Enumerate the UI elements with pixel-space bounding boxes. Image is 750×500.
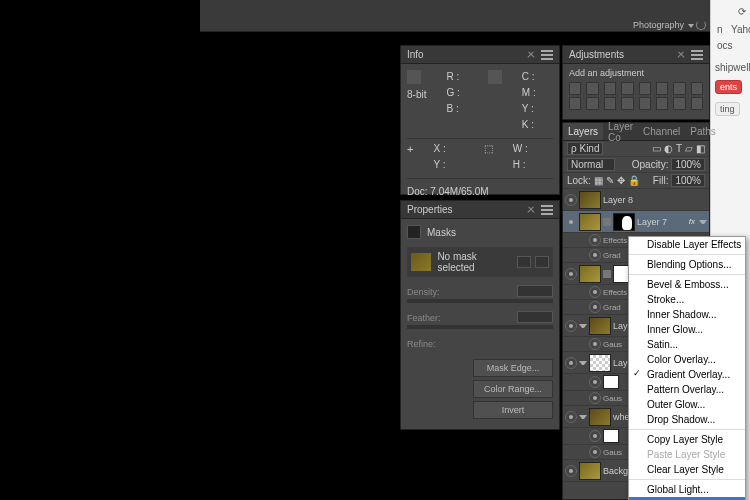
collapse-icon[interactable] — [525, 204, 536, 215]
visibility-icon[interactable] — [589, 286, 601, 298]
mask-edge-button[interactable]: Mask Edge... — [473, 359, 553, 377]
properties-header[interactable]: Properties — [401, 201, 559, 219]
layer-row-selected[interactable]: Layer 7 fx — [563, 211, 709, 233]
layer-thumb[interactable] — [589, 317, 611, 335]
menu-drop-shadow[interactable]: Drop Shadow... — [629, 412, 745, 427]
workspace-selector[interactable]: Photography — [633, 20, 694, 30]
layer-name[interactable]: Layer 8 — [603, 195, 633, 205]
reload-icon[interactable]: ⟳ — [738, 6, 746, 17]
visibility-icon[interactable] — [589, 376, 601, 388]
collapse-icon[interactable] — [675, 49, 686, 60]
layer-name[interactable]: Backg — [603, 466, 628, 476]
disclosure-icon[interactable] — [579, 413, 587, 421]
filter-mask-thumb[interactable] — [603, 375, 619, 389]
threshold-icon[interactable] — [656, 97, 668, 110]
collapse-icon[interactable] — [525, 49, 536, 60]
menu-color-overlay[interactable]: Color Overlay... — [629, 352, 745, 367]
filter-mask-thumb[interactable] — [603, 429, 619, 443]
layer-thumb[interactable] — [589, 408, 611, 426]
panel-menu-icon[interactable] — [541, 205, 553, 215]
visibility-icon[interactable] — [589, 446, 601, 458]
menu-disable-effects[interactable]: Disable Layer Effects — [629, 237, 745, 252]
menu-satin[interactable]: Satin... — [629, 337, 745, 352]
menu-inner-shadow[interactable]: Inner Shadow... — [629, 307, 745, 322]
density-slider[interactable] — [407, 299, 553, 303]
menu-blending-options[interactable]: Blending Options... — [629, 257, 745, 272]
disclosure-icon[interactable] — [579, 359, 587, 367]
browser-button-1[interactable]: ents — [715, 80, 742, 94]
menu-clear-style[interactable]: Clear Layer Style — [629, 462, 745, 477]
disclosure-icon[interactable] — [579, 322, 587, 330]
opacity-value[interactable]: 100% — [671, 158, 705, 171]
colorbalance-icon[interactable] — [673, 82, 685, 95]
tab-channels[interactable]: Channel — [638, 123, 685, 140]
menu-stroke[interactable]: Stroke... — [629, 292, 745, 307]
menu-pattern-overlay[interactable]: Pattern Overlay... — [629, 382, 745, 397]
panel-menu-icon[interactable] — [691, 50, 703, 60]
selectivecolor-icon[interactable] — [691, 97, 703, 110]
filter-adjust-icon[interactable]: ◐ — [664, 143, 673, 154]
exposure-icon[interactable] — [621, 82, 633, 95]
blend-mode[interactable]: Normal — [567, 158, 615, 171]
tab-paths[interactable]: Paths — [685, 123, 721, 140]
menu-global-light[interactable]: Global Light... — [629, 482, 745, 497]
disclosure-icon[interactable] — [699, 218, 707, 226]
lock-trans-icon[interactable]: ▦ — [594, 175, 603, 186]
visibility-icon[interactable] — [565, 216, 577, 228]
channelmixer-icon[interactable] — [586, 97, 598, 110]
menu-bevel[interactable]: Bevel & Emboss... — [629, 277, 745, 292]
browser-button-2[interactable]: ting — [715, 102, 740, 116]
tab-layers[interactable]: Layers — [563, 123, 603, 140]
menu-gradient-overlay[interactable]: Gradient Overlay... — [629, 367, 745, 382]
tab-layer-comps[interactable]: Layer Co — [603, 123, 638, 140]
posterize-icon[interactable] — [639, 97, 651, 110]
feather-slider[interactable] — [407, 325, 553, 329]
browser-tab-1[interactable]: n — [717, 24, 723, 35]
filter-kind[interactable]: ρ Kind — [567, 142, 603, 155]
filter-pixel-icon[interactable]: ▭ — [652, 143, 661, 154]
color-range-button[interactable]: Color Range... — [473, 380, 553, 398]
vector-mask-button[interactable] — [535, 256, 549, 268]
layer-thumb[interactable] — [579, 265, 601, 283]
info-panel-header[interactable]: Info — [401, 46, 559, 64]
layer-thumb[interactable] — [579, 191, 601, 209]
gradientmap-icon[interactable] — [673, 97, 685, 110]
density-value[interactable] — [517, 285, 553, 297]
visibility-icon[interactable] — [565, 320, 577, 332]
visibility-icon[interactable] — [565, 268, 577, 280]
feather-value[interactable] — [517, 311, 553, 323]
mask-thumb[interactable] — [613, 213, 635, 231]
adjustments-header[interactable]: Adjustments — [563, 46, 709, 64]
photofilter-icon[interactable] — [569, 97, 581, 110]
bw-icon[interactable] — [691, 82, 703, 95]
brightness-icon[interactable] — [569, 82, 581, 95]
lock-pos-icon[interactable]: ✥ — [617, 175, 625, 186]
visibility-icon[interactable] — [589, 301, 601, 313]
invert-button[interactable]: Invert — [473, 401, 553, 419]
visibility-icon[interactable] — [589, 249, 601, 261]
visibility-icon[interactable] — [589, 392, 601, 404]
filter-type-icon[interactable]: T — [676, 143, 682, 154]
sync-icon[interactable] — [696, 20, 706, 30]
curves-icon[interactable] — [604, 82, 616, 95]
invert-icon[interactable] — [621, 97, 633, 110]
layer-thumb[interactable] — [579, 462, 601, 480]
menu-outer-glow[interactable]: Outer Glow... — [629, 397, 745, 412]
layer-thumb[interactable] — [579, 213, 601, 231]
fill-value[interactable]: 100% — [671, 174, 705, 187]
levels-icon[interactable] — [586, 82, 598, 95]
filter-shape-icon[interactable]: ▱ — [685, 143, 693, 154]
layer-name[interactable]: Layer 7 — [637, 217, 667, 227]
lock-paint-icon[interactable]: ✎ — [606, 175, 614, 186]
browser-tab-3[interactable]: ocs — [717, 40, 733, 51]
menu-copy-style[interactable]: Copy Layer Style — [629, 432, 745, 447]
visibility-icon[interactable] — [565, 465, 577, 477]
panel-menu-icon[interactable] — [541, 50, 553, 60]
visibility-icon[interactable] — [565, 357, 577, 369]
colorlookup-icon[interactable] — [604, 97, 616, 110]
layer-thumb[interactable] — [589, 354, 611, 372]
visibility-icon[interactable] — [565, 411, 577, 423]
vibrance-icon[interactable] — [639, 82, 651, 95]
visibility-icon[interactable] — [589, 338, 601, 350]
pixel-mask-button[interactable] — [517, 256, 531, 268]
